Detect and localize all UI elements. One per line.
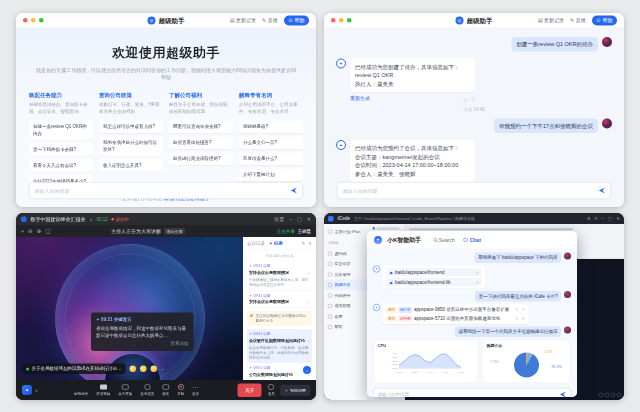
- meeting-tool-share[interactable]: 共享屏幕: [118, 384, 132, 397]
- question-input[interactable]: [35, 188, 291, 194]
- traffic-lights[interactable]: [331, 18, 352, 23]
- members-button[interactable]: 成员: [268, 384, 275, 397]
- repo-row[interactable]: ◆baidu/appspace/frontend-lib↗: [387, 278, 482, 286]
- terminal-button-icon[interactable]: [617, 393, 621, 397]
- exit-fullscreen-button[interactable]: 退出全屏: [164, 228, 185, 235]
- capability-card-title[interactable]: 了解公司福利: [169, 92, 233, 100]
- close-icon[interactable]: ✕: [307, 216, 311, 222]
- subtitle-collapse-icon[interactable]: –: [161, 366, 164, 372]
- tab-search[interactable]: Search: [433, 237, 454, 243]
- sidebar-item-6[interactable]: 代码评审: [324, 290, 370, 301]
- reaction-emoji-icon[interactable]: [140, 366, 147, 373]
- reaction-emoji-icon[interactable]: [151, 366, 158, 373]
- file-tree-row[interactable]: [373, 227, 403, 230]
- repo-row[interactable]: ◆baidu/appspace/frontend↗: [387, 268, 482, 276]
- changelog-button[interactable]: ▤更新记录: [538, 17, 564, 24]
- sample-question-chip[interactable]: 我怎么样可以申请育儿假?: [99, 121, 163, 134]
- scroll-to-latest-button[interactable]: ↓: [303, 366, 311, 374]
- edit-icon[interactable]: ✎: [301, 241, 305, 246]
- sample-question-chip[interactable]: 看看今天几点有会议?: [29, 159, 93, 172]
- maximize-icon[interactable]: ▢: [608, 216, 612, 221]
- meeting-tool-cam[interactable]: 开启视频: [96, 384, 110, 397]
- close-icon[interactable]: ✕: [308, 241, 312, 246]
- sample-question-chip[interactable]: 度晓晓是谁?: [239, 121, 303, 134]
- maximize-icon[interactable]: ▢: [297, 216, 302, 222]
- chevron-down-icon[interactable]: ∨: [90, 217, 93, 222]
- meeting-tool-chat[interactable]: 聊天: [162, 384, 169, 397]
- minimize-icon[interactable]: –: [601, 216, 604, 221]
- tab-chat[interactable]: Chat: [464, 237, 481, 243]
- sidebar-item-2[interactable]: 源代码: [324, 248, 370, 259]
- external-link-icon[interactable]: ↗: [475, 280, 478, 285]
- sidebar-item-4[interactable]: 分支管理: [324, 269, 370, 280]
- icafe-card-row[interactable]: 需求进行中appspace-9850 首页迁移中台运营平台兼容扩展✎↗: [387, 307, 525, 314]
- regenerate-button[interactable]: 重新生成: [350, 95, 370, 102]
- send-icon[interactable]: [560, 391, 567, 397]
- sample-question-chip[interactable]: 百度信条是什么?: [239, 153, 303, 166]
- sample-question-chip[interactable]: 介绍下晨曦计划: [239, 169, 303, 182]
- tab-minutes[interactable]: ✦ 纪要: [269, 240, 283, 247]
- view-detail-link[interactable]: 查看详情: [96, 341, 189, 348]
- minimize-icon[interactable]: –: [289, 216, 292, 222]
- meeting-tool-mic[interactable]: 解除静音: [74, 384, 88, 397]
- sample-question-chip[interactable]: 创建一条review Q1 OKR的待办: [29, 121, 93, 140]
- external-link-icon[interactable]: ↗: [521, 308, 524, 313]
- help-button[interactable]: ⊙帮助: [592, 15, 617, 25]
- edit-icon[interactable]: ✎: [515, 308, 518, 313]
- traffic-lights[interactable]: [23, 18, 44, 23]
- changelog-button[interactable]: ▤更新记录: [230, 17, 256, 24]
- close-window-icon[interactable]: [331, 18, 336, 23]
- sidebar-item-0[interactable]: 需求计划 iPlan: [324, 226, 370, 237]
- fit-screen-icon[interactable]: ▢: [45, 228, 50, 235]
- feedback-button[interactable]: ✎反馈: [262, 17, 278, 24]
- sample-question-chip[interactable]: 如何进行商业保险理赔?: [169, 153, 233, 166]
- sidebar-item-8[interactable]: 设置: [324, 311, 370, 322]
- minimize-window-icon[interactable]: [31, 18, 36, 23]
- thumb-down-icon[interactable]: ▽: [471, 96, 475, 102]
- feedback-button[interactable]: ✎反馈: [570, 17, 586, 24]
- chevron-down-icon[interactable]: ⌄: [307, 270, 310, 275]
- capability-card-title[interactable]: 唤起任务能力: [29, 92, 93, 100]
- history-link[interactable]: 查看历史对话: [16, 206, 316, 208]
- minimize-window-icon[interactable]: [339, 18, 344, 23]
- sidebar-item-7[interactable]: 成员权限: [324, 301, 370, 312]
- terminal-button-icon[interactable]: [611, 393, 615, 397]
- zoom-out-icon[interactable]: ⊖: [28, 228, 33, 235]
- close-icon[interactable]: ✕: [616, 216, 620, 221]
- sample-question-chip[interactable]: 我的专项津贴什么时候可以发放?: [99, 137, 163, 156]
- chevron-down-icon[interactable]: ∨: [35, 388, 38, 393]
- capability-card-title[interactable]: 解释专有名词: [239, 92, 303, 100]
- chevron-down-icon[interactable]: ⌄: [307, 338, 310, 343]
- close-window-icon[interactable]: [23, 18, 28, 23]
- zoom-window-icon[interactable]: [347, 18, 352, 23]
- leave-meeting-button[interactable]: 离开: [238, 383, 262, 397]
- gear-icon[interactable]: ⚙: [587, 216, 591, 221]
- meeting-tool-invite[interactable]: 邀请成员: [140, 384, 154, 397]
- icafe-card-row[interactable]: 需求已暂停appspace-5710 运营组件页面加载速度优化✎↗: [387, 315, 525, 322]
- sidebar-item-5[interactable]: 构建历史: [324, 280, 370, 291]
- settings-button[interactable]: 设置: [274, 216, 284, 223]
- assistant-input[interactable]: [378, 392, 560, 397]
- question-input[interactable]: [343, 188, 599, 194]
- zoom-in-icon[interactable]: ⊕: [37, 228, 42, 235]
- zoom-window-icon[interactable]: [39, 18, 44, 23]
- sample-question-chip[interactable]: 如何查看体检报告?: [169, 137, 233, 150]
- cursor-tool-icon[interactable]: ⌖: [21, 228, 24, 235]
- sidebar-item-3[interactable]: 提交记录: [324, 259, 370, 270]
- external-link-icon[interactable]: ↗: [475, 270, 478, 275]
- terminal-button-icon[interactable]: [605, 393, 609, 397]
- capability-card-title[interactable]: 查询公司政策: [99, 92, 163, 100]
- sample-question-chip[interactable]: 收入证明怎么开具?: [99, 159, 163, 172]
- tab-meeting-record[interactable]: 会议记录: [247, 240, 265, 247]
- sample-question-chip[interactable]: 什么是文心一言?: [239, 137, 303, 150]
- chevron-down-icon[interactable]: ⌄: [307, 299, 310, 304]
- meeting-tool-rec[interactable]: 录制: [177, 384, 184, 397]
- smart-minutes-button[interactable]: ✦ 智能纪要: [281, 385, 310, 396]
- help-button[interactable]: ⊙帮助: [284, 15, 309, 25]
- sample-question-chip[interactable]: 哪里可以查询年假余额?: [169, 121, 233, 134]
- meeting-tool-more[interactable]: ⋯更多: [192, 384, 199, 397]
- sample-question-chip[interactable]: 查一下我的饭卡余额?: [29, 143, 93, 156]
- terminal-button-icon[interactable]: [599, 393, 603, 397]
- reaction-emoji-icon[interactable]: [130, 366, 137, 373]
- send-icon[interactable]: [291, 187, 298, 194]
